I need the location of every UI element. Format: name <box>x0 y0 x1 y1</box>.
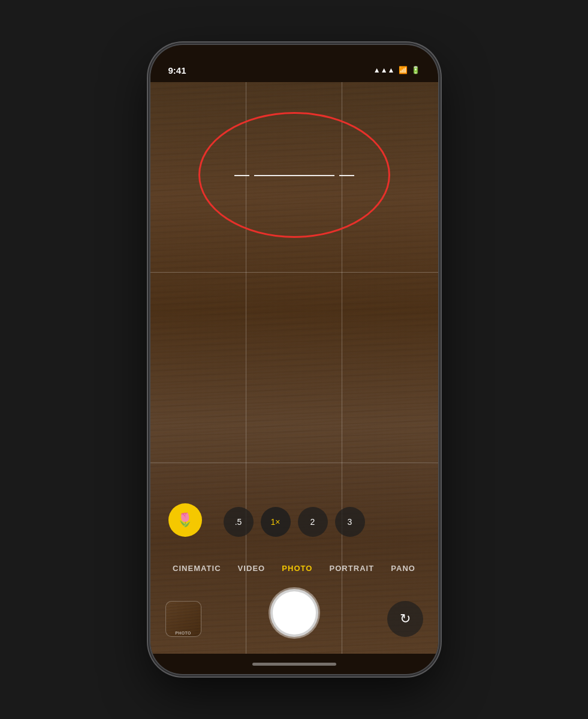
zoom-1x-label: 1× <box>271 517 281 527</box>
photo-thumbnail[interactable]: PHOTO <box>165 601 201 637</box>
phone-inner: 9:41 ▲▲▲ 📶 🔋 🌷 <box>150 45 438 674</box>
mode-cinematic[interactable]: CINEMATIC <box>173 564 221 573</box>
zoom-3x-button[interactable]: 3 <box>335 507 365 537</box>
zoom-05-label: .5 <box>235 517 242 527</box>
status-bar: 9:41 ▲▲▲ 📶 🔋 <box>150 52 438 82</box>
mode-portrait[interactable]: PORTRAIT <box>329 564 374 573</box>
status-time: 9:41 <box>168 65 186 75</box>
zoom-2x-button[interactable]: 2 <box>298 507 328 537</box>
mode-pano[interactable]: PANO <box>391 564 415 573</box>
top-area <box>150 45 438 52</box>
zoom-3x-label: 3 <box>348 517 352 527</box>
mode-selector: CINEMATIC VIDEO PHOTO PORTRAIT PANO <box>150 564 438 573</box>
flip-icon: ↻ <box>400 611 411 627</box>
flip-camera-button[interactable]: ↻ <box>387 601 423 637</box>
thumbnail-label: PHOTO <box>166 631 201 635</box>
camera-controls: 🌷 .5 1× 2 3 <box>150 462 438 654</box>
phone-frame: 9:41 ▲▲▲ 📶 🔋 🌷 <box>150 45 438 674</box>
home-bar[interactable] <box>252 663 336 666</box>
camera-viewfinder[interactable]: 🌷 .5 1× 2 3 <box>150 82 438 654</box>
status-icons: ▲▲▲ 📶 🔋 <box>373 66 420 74</box>
battery-icon: 🔋 <box>411 66 420 74</box>
signal-icon: ▲▲▲ <box>373 66 395 74</box>
mode-photo[interactable]: PHOTO <box>282 564 312 573</box>
shutter-button[interactable] <box>270 589 318 637</box>
macro-icon: 🌷 <box>177 512 193 528</box>
zoom-buttons: .5 1× 2 3 <box>224 507 365 537</box>
focus-indicator <box>234 175 354 176</box>
focus-line-main <box>254 175 334 176</box>
home-indicator <box>150 654 438 674</box>
wifi-icon: 📶 <box>399 66 408 74</box>
zoom-2x-label: 2 <box>310 517 315 527</box>
zoom-1x-button[interactable]: 1× <box>261 507 291 537</box>
mode-video[interactable]: VIDEO <box>238 564 266 573</box>
focus-line-left <box>234 175 249 176</box>
macro-button[interactable]: 🌷 <box>168 503 202 537</box>
focus-line-right <box>339 175 354 176</box>
zoom-05-button[interactable]: .5 <box>224 507 254 537</box>
